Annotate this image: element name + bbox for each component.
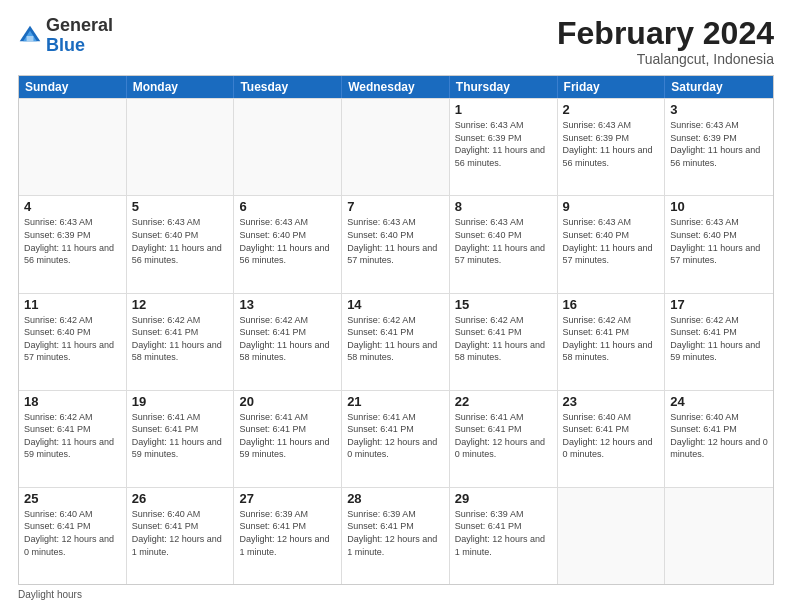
page: General Blue February 2024 Tualangcut, I… [0,0,792,612]
header-day-thursday: Thursday [450,76,558,98]
calendar-cell: 29Sunrise: 6:39 AM Sunset: 6:41 PM Dayli… [450,488,558,584]
header-day-monday: Monday [127,76,235,98]
cell-info: Sunrise: 6:42 AM Sunset: 6:41 PM Dayligh… [132,314,229,364]
day-number: 7 [347,199,444,214]
cell-info: Sunrise: 6:39 AM Sunset: 6:41 PM Dayligh… [239,508,336,558]
cell-info: Sunrise: 6:40 AM Sunset: 6:41 PM Dayligh… [132,508,229,558]
header-day-saturday: Saturday [665,76,773,98]
cell-info: Sunrise: 6:43 AM Sunset: 6:39 PM Dayligh… [24,216,121,266]
calendar-cell: 19Sunrise: 6:41 AM Sunset: 6:41 PM Dayli… [127,391,235,487]
cell-info: Sunrise: 6:39 AM Sunset: 6:41 PM Dayligh… [455,508,552,558]
cell-info: Sunrise: 6:42 AM Sunset: 6:41 PM Dayligh… [239,314,336,364]
day-number: 19 [132,394,229,409]
calendar-cell: 14Sunrise: 6:42 AM Sunset: 6:41 PM Dayli… [342,294,450,390]
footer-note: Daylight hours [18,589,774,600]
day-number: 29 [455,491,552,506]
day-number: 6 [239,199,336,214]
cell-info: Sunrise: 6:42 AM Sunset: 6:40 PM Dayligh… [24,314,121,364]
cell-info: Sunrise: 6:43 AM Sunset: 6:39 PM Dayligh… [670,119,768,169]
calendar-header: SundayMondayTuesdayWednesdayThursdayFrid… [19,76,773,98]
calendar-cell: 24Sunrise: 6:40 AM Sunset: 6:41 PM Dayli… [665,391,773,487]
cell-info: Sunrise: 6:43 AM Sunset: 6:40 PM Dayligh… [670,216,768,266]
calendar-cell: 11Sunrise: 6:42 AM Sunset: 6:40 PM Dayli… [19,294,127,390]
cell-info: Sunrise: 6:39 AM Sunset: 6:41 PM Dayligh… [347,508,444,558]
day-number: 28 [347,491,444,506]
month-year: February 2024 [557,16,774,51]
day-number: 24 [670,394,768,409]
header-day-friday: Friday [558,76,666,98]
calendar-cell: 22Sunrise: 6:41 AM Sunset: 6:41 PM Dayli… [450,391,558,487]
calendar-cell: 2Sunrise: 6:43 AM Sunset: 6:39 PM Daylig… [558,99,666,195]
day-number: 2 [563,102,660,117]
calendar-cell: 17Sunrise: 6:42 AM Sunset: 6:41 PM Dayli… [665,294,773,390]
logo-blue: Blue [46,35,85,55]
day-number: 1 [455,102,552,117]
location: Tualangcut, Indonesia [557,51,774,67]
calendar-cell [342,99,450,195]
day-number: 3 [670,102,768,117]
day-number: 21 [347,394,444,409]
calendar-cell [665,488,773,584]
day-number: 20 [239,394,336,409]
logo-text: General Blue [46,16,113,56]
calendar-cell: 7Sunrise: 6:43 AM Sunset: 6:40 PM Daylig… [342,196,450,292]
day-number: 5 [132,199,229,214]
title-block: February 2024 Tualangcut, Indonesia [557,16,774,67]
cell-info: Sunrise: 6:42 AM Sunset: 6:41 PM Dayligh… [347,314,444,364]
calendar-cell: 20Sunrise: 6:41 AM Sunset: 6:41 PM Dayli… [234,391,342,487]
day-number: 16 [563,297,660,312]
cell-info: Sunrise: 6:43 AM Sunset: 6:40 PM Dayligh… [455,216,552,266]
calendar-row-3: 18Sunrise: 6:42 AM Sunset: 6:41 PM Dayli… [19,390,773,487]
day-number: 22 [455,394,552,409]
day-number: 17 [670,297,768,312]
calendar-cell: 26Sunrise: 6:40 AM Sunset: 6:41 PM Dayli… [127,488,235,584]
calendar-cell: 25Sunrise: 6:40 AM Sunset: 6:41 PM Dayli… [19,488,127,584]
calendar-cell: 21Sunrise: 6:41 AM Sunset: 6:41 PM Dayli… [342,391,450,487]
logo: General Blue [18,16,113,56]
logo-general: General [46,15,113,35]
cell-info: Sunrise: 6:43 AM Sunset: 6:40 PM Dayligh… [239,216,336,266]
day-number: 8 [455,199,552,214]
cell-info: Sunrise: 6:41 AM Sunset: 6:41 PM Dayligh… [239,411,336,461]
day-number: 9 [563,199,660,214]
day-number: 27 [239,491,336,506]
cell-info: Sunrise: 6:43 AM Sunset: 6:40 PM Dayligh… [132,216,229,266]
cell-info: Sunrise: 6:43 AM Sunset: 6:40 PM Dayligh… [347,216,444,266]
cell-info: Sunrise: 6:43 AM Sunset: 6:39 PM Dayligh… [455,119,552,169]
cell-info: Sunrise: 6:42 AM Sunset: 6:41 PM Dayligh… [455,314,552,364]
day-number: 4 [24,199,121,214]
calendar-cell [127,99,235,195]
logo-icon [18,24,42,48]
cell-info: Sunrise: 6:40 AM Sunset: 6:41 PM Dayligh… [670,411,768,461]
calendar-body: 1Sunrise: 6:43 AM Sunset: 6:39 PM Daylig… [19,98,773,584]
calendar-cell: 6Sunrise: 6:43 AM Sunset: 6:40 PM Daylig… [234,196,342,292]
header: General Blue February 2024 Tualangcut, I… [18,16,774,67]
calendar: SundayMondayTuesdayWednesdayThursdayFrid… [18,75,774,585]
day-number: 10 [670,199,768,214]
calendar-cell: 10Sunrise: 6:43 AM Sunset: 6:40 PM Dayli… [665,196,773,292]
calendar-cell: 16Sunrise: 6:42 AM Sunset: 6:41 PM Dayli… [558,294,666,390]
calendar-cell: 28Sunrise: 6:39 AM Sunset: 6:41 PM Dayli… [342,488,450,584]
calendar-cell: 8Sunrise: 6:43 AM Sunset: 6:40 PM Daylig… [450,196,558,292]
day-number: 26 [132,491,229,506]
calendar-cell: 1Sunrise: 6:43 AM Sunset: 6:39 PM Daylig… [450,99,558,195]
cell-info: Sunrise: 6:42 AM Sunset: 6:41 PM Dayligh… [24,411,121,461]
cell-info: Sunrise: 6:43 AM Sunset: 6:39 PM Dayligh… [563,119,660,169]
calendar-row-0: 1Sunrise: 6:43 AM Sunset: 6:39 PM Daylig… [19,98,773,195]
cell-info: Sunrise: 6:41 AM Sunset: 6:41 PM Dayligh… [347,411,444,461]
calendar-cell [558,488,666,584]
header-day-tuesday: Tuesday [234,76,342,98]
svg-rect-2 [27,36,34,41]
calendar-cell: 5Sunrise: 6:43 AM Sunset: 6:40 PM Daylig… [127,196,235,292]
header-day-sunday: Sunday [19,76,127,98]
cell-info: Sunrise: 6:40 AM Sunset: 6:41 PM Dayligh… [24,508,121,558]
cell-info: Sunrise: 6:42 AM Sunset: 6:41 PM Dayligh… [670,314,768,364]
calendar-cell: 13Sunrise: 6:42 AM Sunset: 6:41 PM Dayli… [234,294,342,390]
day-number: 18 [24,394,121,409]
calendar-cell: 4Sunrise: 6:43 AM Sunset: 6:39 PM Daylig… [19,196,127,292]
calendar-cell [19,99,127,195]
calendar-cell: 9Sunrise: 6:43 AM Sunset: 6:40 PM Daylig… [558,196,666,292]
calendar-cell: 27Sunrise: 6:39 AM Sunset: 6:41 PM Dayli… [234,488,342,584]
day-number: 12 [132,297,229,312]
day-number: 25 [24,491,121,506]
